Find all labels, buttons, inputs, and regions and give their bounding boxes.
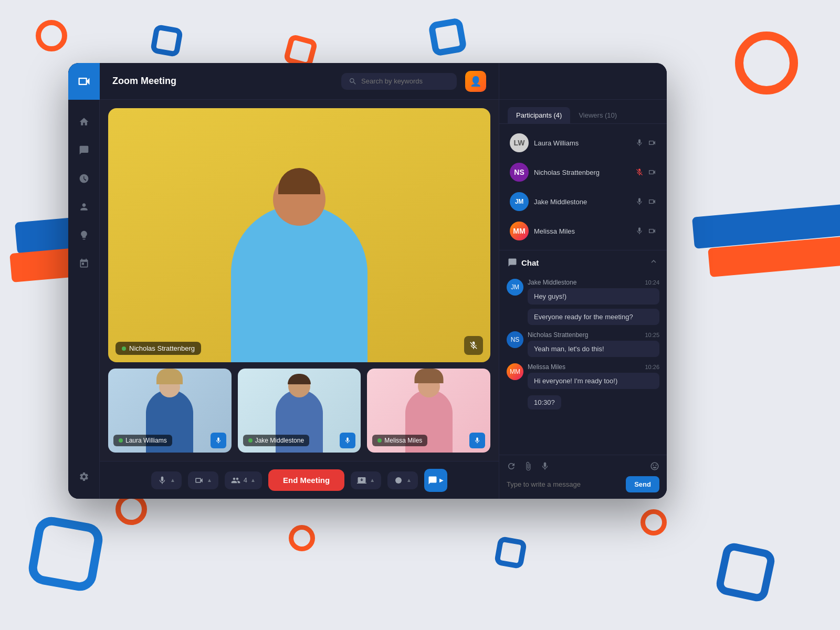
- chat-message-melissa: MM Melissa Miles 10:26 Hi everyone! I'm …: [507, 363, 659, 389]
- mic-button-laura[interactable]: [211, 433, 226, 448]
- participant-name-nicholas: Nicholas Strattenberg: [534, 169, 630, 176]
- screen-share-chevron: ▲: [370, 477, 375, 483]
- mic-toggle-button[interactable]: ▲: [151, 471, 182, 489]
- extra-message: 10:30?: [528, 395, 659, 410]
- deco-shape: [36, 20, 67, 51]
- participant-row-laura[interactable]: LW Laura Williams: [506, 129, 660, 156]
- reload-icon[interactable]: [507, 461, 516, 471]
- video-icon-p-melissa: [648, 227, 656, 235]
- chat-title-bar: Chat: [508, 258, 539, 267]
- lightbulb-icon: [79, 230, 89, 240]
- chat-icon: [79, 145, 89, 155]
- main-video-mute[interactable]: [464, 336, 483, 355]
- participant-row-jake[interactable]: JM Jake Middlestone: [506, 188, 660, 215]
- sidebar-item-ideas[interactable]: [72, 224, 96, 247]
- online-dot-melissa: [377, 438, 382, 443]
- msg-meta-jake: Jake Middlestone 10:24: [528, 279, 659, 286]
- participant-avatar-nicholas: NS: [510, 163, 529, 182]
- msg-bubble-jake-2: Everyone ready for the meeting?: [528, 309, 659, 325]
- app-title: Zoom Meeting: [112, 76, 333, 87]
- user-avatar: 👤: [465, 71, 486, 92]
- video-camera-icon: [77, 74, 91, 89]
- chat-input-icons: [507, 461, 659, 471]
- toolbar-center: ▲ ▲ 4 ▲ End Meeting ▲ ▲: [151, 469, 447, 492]
- chat-message-nicholas: NS Nicholas Strattenberg 10:25 Yeah man,…: [507, 331, 659, 357]
- right-panel: Participants (4) Viewers (10) LW Laura W…: [499, 63, 667, 499]
- participant-name-jake: Jake Middlestone: [534, 198, 630, 206]
- small-video-label-laura: Laura Williams: [113, 435, 172, 446]
- chat-header: Chat: [499, 250, 667, 275]
- participant-name-laura: Laura Williams: [534, 139, 630, 147]
- video-toolbar-icon: [194, 476, 204, 485]
- participant-avatar-melissa: MM: [510, 222, 529, 240]
- chat-input-area: Send: [499, 455, 667, 499]
- emoji-icon[interactable]: [650, 461, 659, 471]
- calendar-icon: [79, 258, 89, 269]
- msg-content-jake: Jake Middlestone 10:24 Hey guys!) Everyo…: [528, 279, 659, 325]
- msg-sender-jake: Jake Middlestone: [528, 279, 576, 286]
- sidebar-item-contacts[interactable]: [72, 195, 96, 218]
- right-header: [499, 63, 667, 100]
- mic-muted-icon-nicholas: [635, 168, 644, 176]
- small-label-bar-melissa: Melissa Miles: [367, 428, 490, 453]
- chat-section-title: Chat: [521, 258, 539, 267]
- mic-icon-p-jake: [635, 197, 644, 206]
- sidebar-bottom: [72, 465, 96, 499]
- msg-content-melissa: Melissa Miles 10:26 Hi everyone! I'm rea…: [528, 363, 659, 389]
- msg-meta-nicholas: Nicholas Strattenberg 10:25: [528, 331, 659, 339]
- mic-chevron: ▲: [170, 477, 175, 483]
- msg-sender-melissa: Melissa Miles: [528, 363, 565, 371]
- search-icon: [349, 77, 357, 86]
- sidebar-item-clock[interactable]: [72, 167, 96, 190]
- chat-message-input[interactable]: [507, 480, 622, 488]
- tab-viewers[interactable]: Viewers (10): [570, 107, 625, 123]
- record-button[interactable]: ▲: [387, 471, 418, 489]
- video-area: Nicholas Strattenberg: [100, 100, 499, 461]
- mic-button-jake[interactable]: [340, 433, 355, 448]
- send-button[interactable]: Send: [626, 476, 659, 492]
- settings-button[interactable]: [72, 465, 96, 488]
- participants-button[interactable]: 4 ▲: [225, 471, 262, 489]
- msg-time-melissa: 10:26: [645, 364, 659, 370]
- mic-icon-p-laura: [635, 139, 644, 147]
- participants-list: LW Laura Williams NS Nicholas Strattenbe…: [499, 124, 667, 250]
- participants-tabs: Participants (4) Viewers (10): [499, 100, 667, 124]
- sidebar-item-chat[interactable]: [72, 139, 96, 162]
- small-video-label-melissa: Melissa Miles: [372, 435, 427, 446]
- participants-icon: [231, 476, 240, 485]
- chat-tool-button[interactable]: ▶: [424, 469, 447, 492]
- tab-participants[interactable]: Participants (4): [508, 107, 570, 123]
- small-label-bar-jake: Jake Middlestone: [238, 428, 361, 453]
- chat-collapse-button[interactable]: [649, 257, 658, 268]
- chat-messages: JM Jake Middlestone 10:24 Hey guys!) Eve…: [499, 275, 667, 455]
- deco-shape: [289, 525, 315, 551]
- participant-row-nicholas[interactable]: NS Nicholas Strattenberg: [506, 159, 660, 186]
- app-logo[interactable]: [68, 63, 100, 100]
- sidebar-item-calendar[interactable]: [72, 252, 96, 275]
- extra-bubble: 10:30?: [528, 395, 561, 410]
- sidebar: [68, 63, 100, 499]
- end-meeting-button[interactable]: End Meeting: [268, 469, 344, 491]
- mic-button-melissa[interactable]: [469, 433, 485, 448]
- participant-icons-nicholas: [635, 168, 656, 176]
- msg-meta-melissa: Melissa Miles 10:26: [528, 363, 659, 371]
- video-toggle-button[interactable]: ▲: [188, 471, 218, 489]
- chevron-up-icon: [649, 257, 658, 266]
- header: Zoom Meeting 👤: [100, 63, 499, 100]
- video-icon-p-laura: [648, 139, 656, 147]
- participant-row-melissa[interactable]: MM Melissa Miles: [506, 217, 660, 245]
- online-dot-laura: [119, 438, 123, 443]
- attachment-icon[interactable]: [523, 461, 533, 471]
- participant-avatar-jake: JM: [510, 192, 529, 211]
- chat-input-row: Send: [507, 476, 659, 492]
- mic-off-icon: [469, 341, 478, 350]
- sidebar-item-home[interactable]: [72, 110, 96, 133]
- small-label-bar-laura: Laura Williams: [108, 428, 232, 453]
- mic-chat-icon[interactable]: [540, 461, 550, 471]
- screen-share-button[interactable]: ▲: [351, 471, 381, 489]
- participant-name-melissa: Melissa Miles: [534, 227, 630, 235]
- search-input[interactable]: [361, 77, 449, 85]
- small-video-laura: Laura Williams: [108, 369, 232, 453]
- search-bar[interactable]: [341, 73, 457, 90]
- participants-count: 4: [244, 476, 247, 484]
